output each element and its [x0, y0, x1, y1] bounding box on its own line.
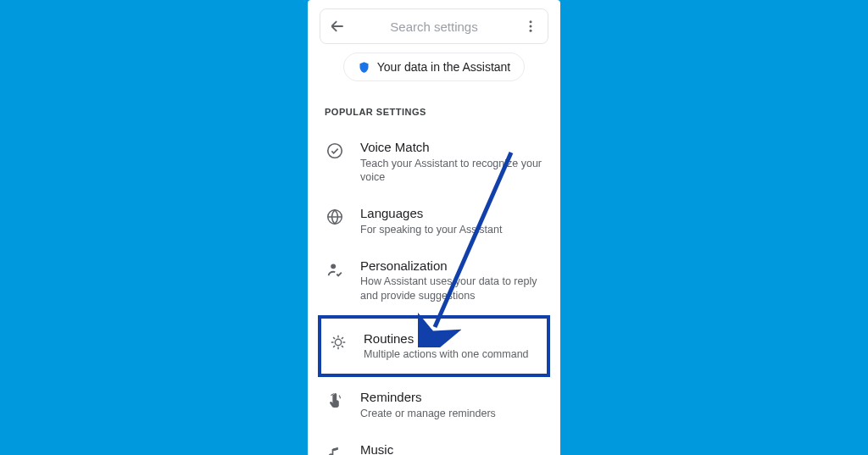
section-header: POPULAR SETTINGS	[308, 81, 560, 129]
voice-match-check-icon	[325, 141, 345, 161]
music-note-icon	[325, 443, 345, 455]
setting-languages[interactable]: Languages For speaking to your Assistant	[314, 195, 554, 247]
setting-subtitle: How Assistant uses your data to reply an…	[360, 275, 543, 303]
setting-title: Languages	[360, 205, 543, 222]
svg-point-6	[335, 339, 341, 345]
globe-icon	[325, 207, 345, 227]
search-bar[interactable]: Search settings	[320, 8, 548, 44]
svg-point-3	[328, 144, 342, 158]
setting-title: Voice Match	[360, 139, 543, 156]
setting-personalization[interactable]: Personalization How Assistant uses your …	[314, 247, 554, 314]
setting-subtitle: For speaking to your Assistant	[360, 223, 543, 237]
svg-point-1	[530, 25, 532, 28]
setting-music[interactable]: Music Services used to play music	[314, 431, 554, 455]
setting-subtitle: Create or manage reminders	[360, 407, 543, 421]
search-placeholder: Search settings	[348, 19, 520, 34]
setting-subtitle: Multiple actions with one command	[364, 347, 540, 362]
settings-list: Voice Match Teach your Assistant to reco…	[308, 129, 560, 455]
setting-routines[interactable]: Routines Multiple actions with one comma…	[318, 315, 550, 377]
setting-title: Personalization	[360, 258, 543, 275]
setting-subtitle: Teach your Assistant to recognize your v…	[360, 157, 543, 186]
setting-reminders[interactable]: Reminders Create or manage reminders	[314, 379, 554, 430]
setting-title: Routines	[364, 330, 540, 347]
person-check-icon	[325, 259, 345, 280]
svg-point-5	[331, 264, 336, 269]
shield-icon	[358, 61, 370, 74]
your-data-label: Your data in the Assistant	[377, 60, 510, 74]
setting-title: Music	[360, 441, 543, 455]
setting-title: Reminders	[360, 389, 543, 406]
settings-screen: Search settings Your data in the Assista…	[308, 0, 560, 455]
svg-point-0	[530, 20, 532, 23]
setting-voice-match[interactable]: Voice Match Teach your Assistant to reco…	[314, 129, 554, 195]
your-data-chip[interactable]: Your data in the Assistant	[343, 53, 525, 81]
back-icon[interactable]	[327, 16, 348, 36]
routines-gear-icon	[328, 332, 348, 352]
svg-point-2	[530, 30, 532, 32]
more-icon[interactable]	[520, 16, 541, 36]
reminder-finger-icon	[325, 391, 345, 411]
